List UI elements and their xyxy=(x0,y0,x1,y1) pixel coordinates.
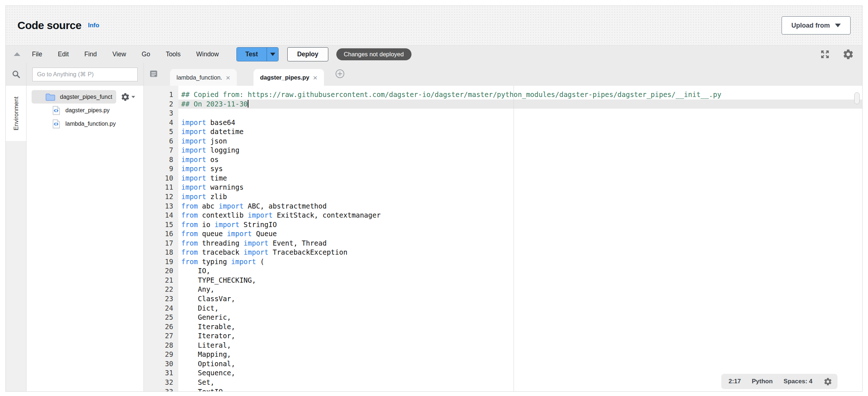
menu-item-file[interactable]: File xyxy=(32,50,42,58)
statusbar-settings-button[interactable] xyxy=(823,377,832,386)
info-link[interactable]: Info xyxy=(88,22,99,29)
keyword-token: import xyxy=(231,258,256,266)
environment-tab[interactable]: Environment xyxy=(6,86,26,141)
fullscreen-button[interactable] xyxy=(820,49,830,59)
close-icon[interactable]: × xyxy=(313,74,317,81)
test-dropdown-button[interactable] xyxy=(267,48,278,61)
ide-settings-button[interactable] xyxy=(842,48,854,60)
keyword-token: import xyxy=(181,174,206,182)
code-line-13: from abc import ABC, abstractmethod xyxy=(178,202,862,211)
editor-tab-dagster_pipes.py[interactable]: dagster_pipes.py× xyxy=(253,69,324,86)
gear-icon xyxy=(842,48,854,60)
new-tab-button[interactable] xyxy=(335,69,345,80)
text-token: zlib xyxy=(206,193,227,201)
text-token: IO, xyxy=(181,267,210,275)
line-number: 12 xyxy=(144,192,173,202)
menu-item-find[interactable]: Find xyxy=(84,50,97,58)
text-token: TYPE_CHECKING, xyxy=(181,276,256,284)
upload-from-button[interactable]: Upload from xyxy=(782,16,851,35)
menu-list: FileEditFindViewGoToolsWindow xyxy=(32,50,219,58)
editor-column: lambda_function.×dagster_pipes.py× 12345… xyxy=(144,63,862,391)
indentation-indicator[interactable]: Spaces: 4 xyxy=(784,377,812,386)
text-token: time xyxy=(206,174,227,182)
keyword-token: import xyxy=(181,193,206,201)
menu-item-edit[interactable]: Edit xyxy=(58,50,69,58)
language-mode-indicator[interactable]: Python xyxy=(752,377,773,386)
menu-item-view[interactable]: View xyxy=(112,50,126,58)
keyword-token: import xyxy=(181,165,206,173)
tree-folder-row[interactable]: dagster_pipes_funct xyxy=(27,90,143,104)
changes-not-deployed-badge: Changes not deployed xyxy=(336,48,411,60)
line-number: 7 xyxy=(144,146,173,155)
test-button[interactable]: Test xyxy=(237,48,267,61)
text-token: ( xyxy=(256,258,264,266)
code-line-22: Any, xyxy=(178,285,862,294)
code-line-1: ## Copied from: https://raw.githubuserco… xyxy=(178,90,862,100)
text-token: warnings xyxy=(206,183,244,191)
goto-anything-input[interactable] xyxy=(32,68,138,81)
code-file-icon xyxy=(52,119,60,129)
file-tree-panel: dagster_pipes_functdagster_pipes.pylambd… xyxy=(27,63,144,391)
keyword-token: import xyxy=(248,211,273,219)
tree-file-lambda_function.py[interactable]: lambda_function.py xyxy=(27,117,143,130)
line-number: 13 xyxy=(144,202,173,211)
code-editor[interactable]: 1234567891011121314151617181920212223242… xyxy=(144,86,862,391)
line-number: 5 xyxy=(144,127,173,137)
code-line-4: import base64 xyxy=(178,118,862,128)
code-line-11: import warnings xyxy=(178,183,862,192)
chevron-down-icon xyxy=(270,53,275,56)
keyword-token: import xyxy=(181,118,206,126)
code-line-28: Literal, xyxy=(178,341,862,350)
text-token: contextlib xyxy=(198,211,248,219)
line-number: 3 xyxy=(144,109,173,118)
left-icon-column: Environment xyxy=(6,63,27,391)
editor-tab-lambda_function[interactable]: lambda_function.× xyxy=(170,69,237,86)
code-content[interactable]: ## Copied from: https://raw.githubuserco… xyxy=(178,86,862,391)
page-title: Code source xyxy=(17,19,81,32)
line-number: 24 xyxy=(144,304,173,313)
folder-icon xyxy=(45,93,60,101)
text-token: Dict, xyxy=(181,304,219,312)
line-number: 9 xyxy=(144,164,173,174)
code-line-12: import zlib xyxy=(178,192,862,202)
menu-item-window[interactable]: Window xyxy=(196,50,219,58)
line-number: 27 xyxy=(144,331,173,341)
tab-list-button[interactable] xyxy=(149,69,158,80)
vertical-scrollbar-thumb[interactable] xyxy=(854,92,860,104)
menu-item-go[interactable]: Go xyxy=(142,50,150,58)
cursor-position-indicator[interactable]: 2:17 xyxy=(729,377,741,386)
folder-actions-button[interactable] xyxy=(121,92,135,102)
keyword-token: import xyxy=(181,146,206,154)
text-token: Event, Thread xyxy=(268,239,326,247)
menu-item-tools[interactable]: Tools xyxy=(166,50,181,58)
line-number: 25 xyxy=(144,313,173,322)
code-line-21: TYPE_CHECKING, xyxy=(178,276,862,285)
tree-file-dagster_pipes.py[interactable]: dagster_pipes.py xyxy=(27,104,143,117)
deploy-button[interactable]: Deploy xyxy=(287,47,328,61)
text-token: Sequence, xyxy=(181,369,235,377)
line-number: 4 xyxy=(144,118,173,128)
code-line-20: IO, xyxy=(178,266,862,276)
line-number: 14 xyxy=(144,211,173,220)
code-line-6: import json xyxy=(178,137,862,146)
print-margin-line xyxy=(514,86,514,391)
text-token: Mapping, xyxy=(181,350,231,358)
text-token: datetime xyxy=(206,128,244,136)
text-token: TracebackException xyxy=(268,248,347,256)
line-number: 23 xyxy=(144,294,173,304)
search-icon-box xyxy=(6,63,26,86)
collapse-panel-icon[interactable] xyxy=(14,52,20,56)
text-token: threading xyxy=(198,239,244,247)
close-icon[interactable]: × xyxy=(226,74,230,81)
text-token: abc xyxy=(198,202,219,210)
code-file-icon xyxy=(52,106,60,115)
code-line-2: ## On 2023-11-30 xyxy=(178,100,862,109)
code-line-26: Iterable, xyxy=(178,322,862,332)
line-number: 21 xyxy=(144,276,173,285)
code-line-14: from contextlib import ExitStack, contex… xyxy=(178,211,862,220)
line-number: 28 xyxy=(144,341,173,350)
test-split-button: Test xyxy=(236,47,279,61)
environment-label: Environment xyxy=(13,97,20,130)
tree-folder-selected[interactable]: dagster_pipes_funct xyxy=(32,90,116,104)
code-line-16: from queue import Queue xyxy=(178,229,862,239)
